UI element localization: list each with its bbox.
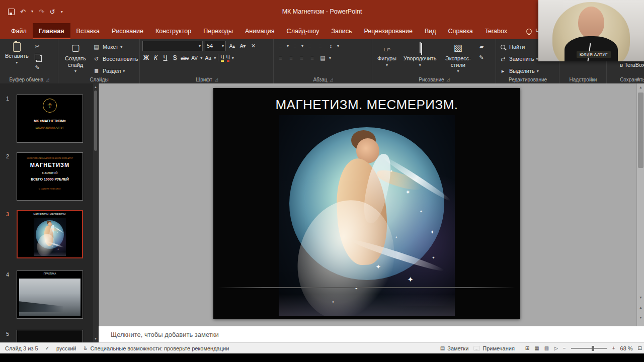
zoom-slider[interactable] bbox=[571, 348, 607, 349]
line-spacing-icon[interactable] bbox=[327, 42, 335, 50]
fit-to-window-icon[interactable] bbox=[638, 345, 642, 351]
group-label-slides: Слайды bbox=[90, 77, 108, 82]
notes-toggle-button[interactable]: Заметки bbox=[440, 345, 469, 351]
font-name-combo[interactable] bbox=[142, 41, 203, 51]
paste-button[interactable]: Вставить bbox=[3, 41, 31, 66]
accessibility-checker[interactable]: Специальные возможности: проверьте реком… bbox=[84, 345, 229, 351]
canvas-scroll-up-icon[interactable] bbox=[637, 83, 644, 91]
tab-slideshow[interactable]: Слайд-шоу bbox=[281, 23, 326, 39]
align-left-icon[interactable] bbox=[276, 54, 285, 62]
slide-sorter-view-icon[interactable] bbox=[534, 345, 539, 351]
slide-thumbnail-2[interactable]: ЭКСПЕРИМЕНТАЛЬНЫЙ КУРС В ШКОЛЕ ЮЛИИ АЛТУ… bbox=[17, 152, 83, 201]
paragraph-dialog-launcher-icon[interactable] bbox=[330, 77, 333, 82]
text-shadow-button[interactable]: S bbox=[171, 53, 179, 62]
copy-icon[interactable] bbox=[33, 53, 42, 61]
quick-access-toolbar bbox=[0, 9, 63, 15]
tab-file[interactable]: Файл bbox=[5, 23, 33, 39]
previous-slide-icon[interactable] bbox=[637, 304, 644, 311]
tab-view[interactable]: Вид bbox=[419, 23, 442, 39]
new-slide-icon bbox=[71, 42, 79, 54]
canvas-scroll-down-icon[interactable] bbox=[637, 294, 644, 301]
italic-button[interactable]: К bbox=[152, 53, 159, 62]
strikethrough-button[interactable]: abc bbox=[181, 53, 189, 62]
quick-styles-button[interactable]: Экспресс-стили bbox=[441, 41, 475, 75]
undo-dropdown-icon[interactable] bbox=[31, 10, 33, 14]
tab-animations[interactable]: Анимация bbox=[239, 23, 281, 39]
shape-outline-icon[interactable] bbox=[477, 53, 486, 62]
slide-thumbnail-1[interactable]: МК «МАГНЕТИЗМ» ШКОЛА ЮЛИИ АЛТУГ bbox=[17, 95, 83, 143]
repeat-icon[interactable] bbox=[50, 9, 55, 15]
slide-thumbnail-3-selected[interactable]: МАГНЕТИЗМ. МЕСМЕРИЗМ. bbox=[17, 210, 83, 258]
slide-thumbnail-5[interactable] bbox=[17, 330, 83, 342]
notes-pane[interactable]: Щелкните, чтобы добавить заметки bbox=[99, 326, 644, 342]
align-center-icon[interactable] bbox=[287, 54, 295, 62]
tab-draw[interactable]: Рисование bbox=[106, 23, 149, 39]
highlight-color-button[interactable]: Ч bbox=[220, 54, 224, 62]
panel-scroll-up-icon[interactable] bbox=[93, 84, 98, 90]
bold-button[interactable]: Ж bbox=[142, 53, 150, 62]
panel-scroll-down-icon[interactable] bbox=[93, 336, 98, 342]
collapse-ribbon-icon[interactable] bbox=[636, 76, 640, 81]
font-dialog-launcher-icon[interactable] bbox=[215, 77, 218, 82]
tab-review[interactable]: Рецензирование bbox=[358, 23, 419, 39]
tab-record[interactable]: Запись bbox=[325, 23, 358, 39]
next-slide-icon[interactable] bbox=[637, 314, 644, 321]
align-right-icon[interactable] bbox=[297, 54, 306, 62]
format-painter-icon[interactable] bbox=[33, 63, 42, 72]
reading-view-icon[interactable] bbox=[544, 345, 549, 351]
slide-title[interactable]: МАГНЕТИЗМ. МЕСМЕРИЗМ. bbox=[213, 97, 520, 113]
tab-design[interactable]: Конструктор bbox=[149, 23, 197, 39]
tab-transitions[interactable]: Переходы bbox=[197, 23, 239, 39]
increase-indent-icon[interactable] bbox=[316, 42, 325, 50]
layout-dropdown-icon bbox=[120, 45, 122, 49]
change-case-button[interactable]: Aa bbox=[204, 53, 212, 62]
section-button[interactable]: Раздел bbox=[92, 66, 138, 76]
canvas-scrollbar[interactable] bbox=[636, 83, 644, 326]
character-spacing-button[interactable]: AV bbox=[191, 53, 198, 62]
normal-view-icon[interactable] bbox=[525, 345, 529, 351]
increase-font-icon[interactable] bbox=[228, 42, 236, 50]
undo-icon[interactable] bbox=[20, 9, 26, 15]
font-color-button[interactable]: Ч bbox=[226, 54, 230, 62]
current-slide[interactable]: МАГНЕТИЗМ. МЕСМЕРИЗМ. bbox=[213, 88, 520, 319]
new-slide-button[interactable]: Создать слайд bbox=[61, 41, 90, 75]
zoom-out-icon[interactable] bbox=[563, 345, 566, 351]
numbering-icon[interactable] bbox=[291, 42, 299, 50]
underline-button[interactable]: Ч bbox=[162, 53, 169, 62]
decrease-font-icon[interactable] bbox=[238, 42, 247, 50]
decrease-indent-icon[interactable] bbox=[305, 42, 314, 50]
select-button[interactable]: Выделить bbox=[499, 66, 557, 76]
justify-icon[interactable] bbox=[308, 54, 316, 62]
redo-icon[interactable] bbox=[39, 9, 44, 15]
slide-artwork-image[interactable] bbox=[279, 115, 455, 316]
tab-home[interactable]: Главная bbox=[33, 23, 70, 39]
zoom-level[interactable]: 68 % bbox=[620, 345, 633, 351]
tab-insert[interactable]: Вставка bbox=[70, 23, 106, 39]
tab-terabox[interactable]: Terabox bbox=[479, 23, 513, 39]
shape-fill-icon[interactable] bbox=[477, 43, 486, 51]
columns-icon[interactable] bbox=[318, 54, 327, 62]
reset-button[interactable]: Восстановить bbox=[92, 54, 138, 64]
canvas-scroll-thumb[interactable] bbox=[638, 93, 643, 168]
bullets-icon[interactable] bbox=[276, 42, 285, 50]
cut-icon[interactable] bbox=[33, 42, 42, 51]
language-indicator[interactable]: русский bbox=[56, 345, 76, 351]
slides-panel-scrollbar[interactable] bbox=[93, 83, 98, 342]
tab-help[interactable]: Справка bbox=[442, 23, 479, 39]
zoom-in-icon[interactable] bbox=[612, 345, 615, 351]
clear-formatting-icon[interactable] bbox=[249, 42, 258, 50]
comments-toggle-button[interactable]: Примечания bbox=[473, 345, 515, 351]
shapes-button[interactable]: Фигуры bbox=[375, 41, 399, 69]
zoom-slider-thumb[interactable] bbox=[592, 346, 594, 351]
drawing-dialog-launcher-icon[interactable] bbox=[447, 77, 450, 82]
arrange-button[interactable]: Упорядочить bbox=[401, 41, 439, 69]
slideshow-view-icon[interactable] bbox=[554, 345, 558, 351]
spell-check-icon[interactable] bbox=[45, 345, 49, 351]
save-icon[interactable] bbox=[8, 9, 15, 15]
layout-button[interactable]: Макет bbox=[92, 42, 138, 52]
slide-thumbnail-4[interactable]: ПРАКТИКА bbox=[17, 270, 83, 319]
font-size-combo[interactable]: 54 bbox=[205, 41, 226, 51]
customize-toolbar-icon[interactable] bbox=[61, 10, 63, 14]
clipboard-dialog-launcher-icon[interactable] bbox=[46, 77, 49, 82]
panel-scroll-thumb[interactable] bbox=[94, 90, 97, 151]
